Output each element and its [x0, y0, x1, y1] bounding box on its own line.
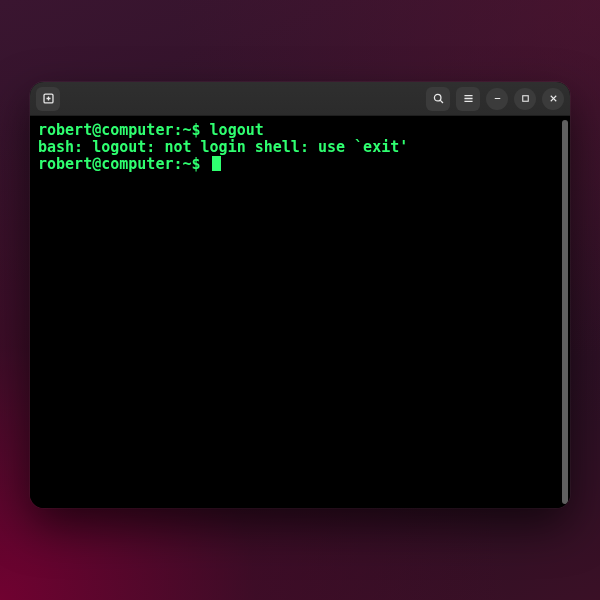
terminal-prompt-line: robert@computer:~$: [38, 156, 562, 173]
close-icon: [548, 93, 559, 104]
terminal-output-line: bash: logout: not login shell: use `exit…: [38, 139, 562, 156]
new-tab-icon: [42, 92, 55, 105]
maximize-button[interactable]: [514, 88, 536, 110]
menu-button[interactable]: [456, 87, 480, 111]
shell-prompt: robert@computer:~$: [38, 155, 210, 173]
maximize-icon: [520, 93, 531, 104]
svg-rect-2: [522, 96, 528, 102]
search-icon: [432, 92, 445, 105]
window-titlebar[interactable]: [30, 82, 570, 116]
terminal-scrollbar[interactable]: [562, 120, 568, 504]
terminal-prompt-line: robert@computer:~$ logout: [38, 122, 562, 139]
svg-point-1: [434, 94, 441, 101]
hamburger-menu-icon: [462, 92, 475, 105]
shell-prompt: robert@computer:~$: [38, 121, 210, 139]
shell-command: logout: [210, 121, 264, 139]
minimize-button[interactable]: [486, 88, 508, 110]
minimize-icon: [492, 93, 503, 104]
terminal-viewport[interactable]: robert@computer:~$ logoutbash: logout: n…: [30, 116, 570, 508]
terminal-content[interactable]: robert@computer:~$ logoutbash: logout: n…: [30, 116, 570, 179]
new-tab-button[interactable]: [36, 87, 60, 111]
close-button[interactable]: [542, 88, 564, 110]
search-button[interactable]: [426, 87, 450, 111]
shell-output: bash: logout: not login shell: use `exit…: [38, 138, 408, 156]
terminal-cursor: [212, 156, 221, 171]
terminal-window: robert@computer:~$ logoutbash: logout: n…: [30, 82, 570, 508]
desktop-wallpaper: robert@computer:~$ logoutbash: logout: n…: [0, 0, 600, 600]
